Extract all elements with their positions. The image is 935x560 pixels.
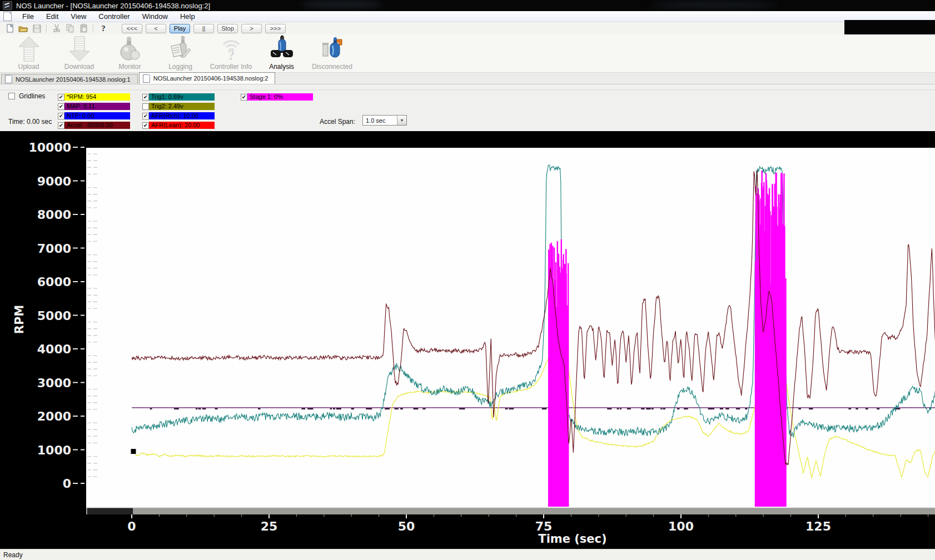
stop-button[interactable]: Stop — [217, 24, 238, 33]
menu-view[interactable]: View — [64, 11, 92, 22]
photo-glare — [650, 2, 778, 8]
analysis-icon — [269, 35, 295, 63]
legend-checkbox[interactable]: ✔ — [142, 113, 149, 119]
legend-swatch-label: NTP: 0.00 — [64, 112, 130, 119]
file-toolbar-icons: ? — [3, 23, 110, 33]
plot-area[interactable] — [86, 148, 935, 508]
tab-noslog-2[interactable]: NOSLauncher 20150406-194538.noslog:2 — [139, 72, 276, 84]
tab-label: NOSLauncher 20150406-194538.noslog:1 — [16, 76, 131, 83]
nos-launcher-window: NOS Launcher - [NOSLauncher 20150406-194… — [0, 0, 935, 560]
open-folder-icon[interactable] — [17, 23, 29, 33]
toolbar-item-label: Disconnected — [312, 63, 352, 71]
menu-edit[interactable]: Edit — [40, 11, 64, 22]
menu-file[interactable]: File — [16, 11, 40, 22]
analysis-chart[interactable]: 0100020003000400050006000700080009000100… — [0, 131, 935, 549]
tab-label: NOSLauncher 20150406-194538.noslog:2 — [153, 75, 268, 82]
new-document-icon[interactable] — [4, 23, 16, 33]
toolbar-item-label: Logging — [168, 63, 192, 71]
y-tick-label: 3000 — [37, 376, 71, 390]
legend-checkbox[interactable]: ✔ — [142, 94, 149, 101]
y-tick-label: 7000 — [37, 242, 71, 256]
legend-checkbox[interactable]: ✔ — [241, 94, 247, 101]
legend-row-map: ✔MAP: 0.11 — [58, 103, 130, 110]
series-start-marker[interactable] — [131, 449, 136, 454]
document-icon — [143, 74, 150, 83]
tab-noslog-1[interactable]: NOSLauncher 20150406-194538.noslog:1 — [1, 74, 138, 84]
y-tick-label: 6000 — [37, 275, 71, 289]
photo-glare — [300, 1, 384, 8]
menu-controller[interactable]: Controller — [92, 11, 136, 22]
legend-checkbox[interactable]: ✔ — [58, 103, 64, 110]
svg-text:?: ? — [227, 48, 235, 63]
toolbar-item-analysis[interactable]: Analysis — [256, 34, 307, 72]
accel-span-value: 1.0 sec — [363, 117, 397, 124]
toolbar-item-disconnected[interactable]: Disconnected — [307, 34, 357, 72]
help-icon[interactable]: ? — [97, 23, 110, 33]
transport-buttons: <<<<Play||Stop>>>> — [120, 24, 287, 33]
x-axis-title: Time (sec) — [538, 532, 606, 546]
gridlines-label: Gridlines — [19, 92, 45, 100]
menu-bar-items: FileEditViewControllerWindowHelp — [16, 11, 201, 22]
save-icon[interactable] — [31, 23, 43, 33]
title-bar: NOS Launcher - [NOSLauncher 20150406-194… — [0, 0, 935, 11]
play-button[interactable]: Play — [170, 24, 190, 33]
toolbar-item-label: Analysis — [269, 63, 294, 71]
toolbar-item-label: Upload — [18, 63, 39, 71]
legend-swatch-label: Accel: -99999.00 — [64, 122, 130, 129]
toolbar-item-label: Monitor — [118, 63, 141, 71]
y-axis-title: RPM — [13, 305, 26, 334]
x-tick-label: 75 — [535, 519, 553, 533]
legend-checkbox[interactable]: ✔ — [142, 122, 149, 129]
app-icon — [3, 1, 12, 10]
legend-swatch-label: AFR(Lean): 20.00 — [149, 122, 215, 129]
seek-button[interactable]: < — [146, 24, 166, 33]
legend-swatch-label: AFR(Rich): 10.00 — [149, 112, 215, 119]
toolbar-item-controller-info: ?Controller Info — [206, 34, 256, 72]
toolbar-item-label: Download — [64, 63, 94, 71]
cut-icon[interactable] — [51, 23, 63, 33]
pause-button[interactable]: || — [193, 24, 214, 33]
legend-checkbox[interactable]: ✔ — [58, 122, 64, 129]
seek-button[interactable]: > — [241, 24, 262, 33]
chart-scrollbar[interactable] — [86, 508, 935, 514]
gridlines-checkbox[interactable] — [8, 93, 15, 99]
legend-swatch-label: Trig2: 2.49v — [149, 103, 215, 110]
legend-checkbox[interactable]: ✔ — [58, 113, 64, 119]
photo-artifact — [844, 20, 935, 34]
y-tick-label: 0 — [63, 477, 71, 491]
legend-row-accel: ✔Accel: -99999.00 — [58, 122, 130, 129]
y-tick-label: 9000 — [37, 174, 71, 188]
legend-row-rpm: ✔*RPM: 954 — [58, 93, 130, 101]
seek-button[interactable]: >>> — [265, 24, 286, 33]
seek-button[interactable]: <<< — [122, 24, 142, 33]
y-tick-label: 4000 — [37, 342, 71, 356]
copy-icon[interactable] — [64, 23, 76, 33]
menu-help[interactable]: Help — [174, 11, 201, 22]
y-tick-label: 5000 — [37, 309, 71, 323]
chart-scrollbar-thumb[interactable] — [87, 508, 133, 514]
legend-row-trig1: ✔Trig1: 0.69v — [142, 93, 215, 101]
y-tick-label: 1000 — [37, 443, 71, 457]
x-tick-label: 25 — [261, 519, 278, 533]
legend-row-trig2: Trig2: 2.49v — [142, 103, 215, 110]
chart-canvas[interactable]: 0100020003000400050006000700080009000100… — [0, 131, 935, 549]
menu-window[interactable]: Window — [136, 11, 174, 22]
status-bar: Ready — [0, 549, 935, 560]
window-title: NOS Launcher - [NOSLauncher 20150406-194… — [16, 2, 210, 10]
paste-icon[interactable] — [77, 23, 89, 33]
legend-checkbox[interactable]: ✔ — [58, 94, 64, 101]
upload-icon — [16, 35, 42, 63]
document-icon[interactable] — [3, 12, 12, 21]
x-tick-label: 125 — [805, 519, 831, 533]
legend-checkbox[interactable] — [142, 103, 149, 110]
legend-row-afrrich: ✔AFR(Rich): 10.00 — [142, 112, 215, 119]
legend-swatch-label: MAP: 0.11 — [64, 103, 130, 110]
time-readout: Time: 0.00 sec — [8, 118, 52, 126]
plot-controls-panel: Gridlines Time: 0.00 sec ✔*RPM: 954✔MAP:… — [0, 84, 935, 131]
chevron-down-icon[interactable]: ▼ — [397, 116, 406, 125]
legend-swatch-label: Stage 1: 0% — [247, 93, 313, 101]
toolbar-item-label: Controller Info — [210, 63, 252, 71]
accel-span-dropdown[interactable]: 1.0 sec ▼ — [362, 115, 407, 126]
toolbar-separator — [93, 24, 94, 33]
document-icon — [5, 75, 12, 83]
